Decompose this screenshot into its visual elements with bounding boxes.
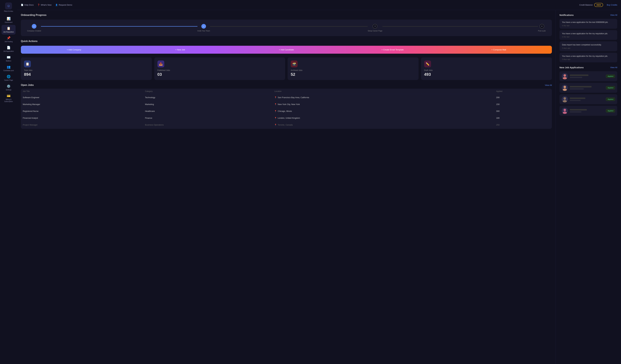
logo-icon: ☺ (5, 2, 12, 9)
sidebar-item-job-posting[interactable]: 📌 Job Posting (1, 34, 16, 44)
progress-line-1 (210, 26, 368, 27)
stat-icon-3: ✏️ (424, 61, 431, 67)
job-category-cell: Business Operations (143, 122, 273, 128)
sidebar-label-settings: Settings (6, 89, 11, 91)
stat-icon-2: 🗃️ (291, 61, 298, 67)
job-location-cell: 📍San Francisco Bay Area, California (273, 94, 494, 101)
stat-card-3: ✏️ Draft Jobs 493 (421, 57, 552, 80)
step-circle-2: 3 (373, 24, 377, 29)
sidebar-icon-job-requisition: 📋 (7, 26, 11, 30)
table-column-header: Category (143, 89, 273, 94)
progress-line-0 (41, 26, 197, 27)
progress-line-2 (382, 26, 538, 27)
jobs-table: Job TitleCategoryLocationAppliedSoftware… (21, 89, 552, 128)
notification-time: 3 days ago (562, 47, 615, 49)
qa-btn-2[interactable]: + Add Candidate (233, 46, 340, 54)
job-location-cell: 📍New York City, New York (273, 101, 494, 108)
main-area: 📄 Help Docs ❓ What's New 👤 Request Demo … (17, 0, 621, 364)
notifications-view-all[interactable]: View All (610, 14, 617, 16)
help-docs-link[interactable]: 📄 Help Docs (21, 4, 34, 6)
table-row[interactable]: Software EngineerTechnology📍San Francisc… (21, 94, 552, 101)
location-icon: 📍 (274, 96, 277, 99)
qa-btn-1[interactable]: + New Job (127, 46, 233, 54)
sidebar-item-mailbox[interactable]: ✉️ Mailbox (1, 54, 16, 63)
qa-btn-0[interactable]: + Add Company (21, 46, 127, 54)
job-location-cell: 📍Toronto, Canada (273, 122, 494, 128)
notification-item[interactable]: You have a new application for the my re… (559, 53, 617, 63)
app-info (570, 75, 604, 78)
svg-point-1 (563, 77, 567, 79)
quick-actions-title: Quick Actions (21, 40, 552, 43)
stat-label-2: Archived Jobs (291, 69, 415, 71)
qa-btn-4[interactable]: + Compose Mail (446, 46, 552, 54)
sidebar-item-job-requisition[interactable]: 📋 Job Requisition (1, 25, 16, 34)
notifications-title: Notifications (559, 14, 574, 16)
notification-item[interactable]: You have a new application for the my re… (559, 30, 617, 40)
sidebar-item-job-application[interactable]: 📄 Job Application (1, 44, 16, 54)
progress-step-1: ✓Invite Your Team (197, 24, 210, 32)
app-item[interactable]: Applied (559, 83, 617, 93)
avatar (562, 73, 568, 79)
whats-new-link[interactable]: ❓ What's New (37, 4, 52, 6)
open-jobs-view-all[interactable]: View All (545, 84, 552, 86)
avatar (562, 108, 568, 114)
quick-actions-bar: + Add Company+ New Job+ Add Candidate+ C… (21, 46, 552, 54)
app-info (570, 86, 604, 89)
svg-point-3 (563, 89, 567, 91)
topbar: 📄 Help Docs ❓ What's New 👤 Request Demo … (17, 0, 621, 10)
sidebar-label-job-application: Job Application (3, 50, 14, 52)
sidebar: ☺ Pitch N Hire 📊 Dashboard 📋 Job Requisi… (0, 0, 17, 364)
sidebar-item-billing[interactable]: 💳 Billing & Subscription (1, 92, 16, 104)
step-label-2: Setup Career Page (368, 30, 382, 32)
request-demo-link[interactable]: 👤 Request Demo (55, 4, 72, 6)
app-item[interactable]: Applied (559, 94, 617, 104)
stat-value-3: 493 (424, 72, 549, 77)
notification-text: You have a new application for the test … (562, 21, 615, 24)
qa-btn-3[interactable]: + Create Email Template (340, 46, 446, 54)
request-demo-icon: 👤 (55, 4, 58, 6)
app-item[interactable]: Applied (559, 106, 617, 116)
table-column-header: Job Title (21, 89, 143, 94)
sidebar-item-candidate-pool[interactable]: 👥 Candidate pool (1, 63, 16, 73)
open-jobs-title: Open Jobs (21, 84, 34, 86)
svg-point-5 (563, 100, 567, 102)
notification-item[interactable]: Data import has been completed successfu… (559, 41, 617, 51)
stat-value-0: 894 (24, 72, 149, 77)
notification-time: 3 days ago (562, 58, 615, 60)
table-row[interactable]: Marketing ManagerMarketing📍New York City… (21, 101, 552, 108)
notification-text: Data import has been completed successfu… (562, 44, 615, 46)
stat-card-0: 📋 Total Jobs 894 (21, 57, 152, 80)
sidebar-icon-career-page: 🌐 (7, 75, 11, 79)
applied-badge: Applied (606, 97, 615, 101)
credit-amount-badge: 3423 (594, 3, 603, 7)
sidebar-label-job-posting: Job Posting (4, 41, 13, 43)
location-icon: 📍 (274, 117, 277, 119)
location-icon: 📍 (274, 103, 277, 106)
app-info (570, 97, 604, 101)
app-item[interactable]: Applied (559, 71, 617, 81)
content-area: Onboarding Progress ✓Company Created✓Inv… (17, 10, 621, 364)
sidebar-item-dashboard[interactable]: 📊 Dashboard (1, 15, 16, 25)
table-row[interactable]: Financial AnalystFinance📍London, United … (21, 115, 552, 122)
table-row[interactable]: Project ManagerBusiness Operations📍Toron… (21, 122, 552, 128)
sidebar-item-career-page[interactable]: 🌐 Career Page (1, 73, 16, 83)
table-row[interactable]: Registered NurseHealthcare📍Chicago, Illi… (21, 108, 552, 115)
right-panel: Notifications View All You have a new ap… (556, 10, 621, 364)
notification-text: You have a new application for the my re… (562, 32, 615, 35)
new-job-apps-view-all[interactable]: View All (610, 66, 617, 69)
buy-credits-link[interactable]: Buy Credits (607, 4, 617, 6)
help-docs-icon: 📄 (21, 4, 23, 6)
table-column-header: Applied (494, 89, 552, 94)
credit-balance-label: Credit Balance (579, 4, 593, 6)
job-title-cell: Financial Analyst (21, 115, 143, 122)
notification-item[interactable]: You have a new application for the test … (559, 19, 617, 29)
new-job-apps-header: New Job Applications View All (559, 66, 617, 69)
stat-label-0: Total Jobs (24, 69, 149, 71)
sidebar-label-billing: Billing & Subscription (2, 98, 15, 103)
stats-grid: 📋 Total Jobs 894 📤 Published Jobs 03 🗃️ … (21, 57, 552, 80)
step-label-0: Company Created (27, 30, 41, 32)
stat-value-2: 52 (291, 72, 415, 77)
request-demo-label: Request Demo (59, 4, 72, 6)
sidebar-item-settings[interactable]: ⚙️ Settings (1, 83, 16, 92)
main-content: Onboarding Progress ✓Company Created✓Inv… (17, 10, 556, 364)
